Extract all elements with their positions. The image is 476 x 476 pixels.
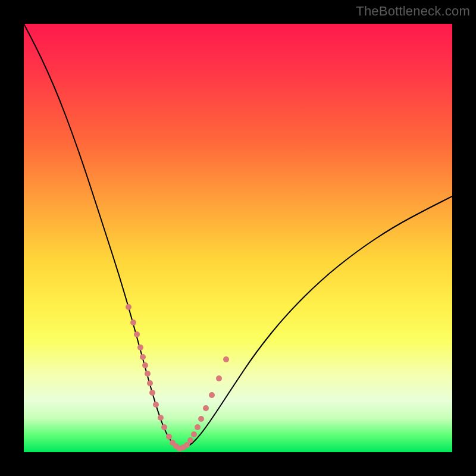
data-point (187, 437, 193, 443)
data-point (142, 362, 148, 368)
chart-svg (24, 24, 452, 452)
data-point (191, 431, 197, 437)
data-point (223, 356, 229, 362)
chart-frame: TheBottleneck.com (0, 0, 476, 476)
data-point (149, 390, 155, 396)
data-point (184, 442, 190, 448)
data-point (209, 392, 215, 398)
data-point (216, 375, 222, 381)
data-point (195, 424, 201, 430)
data-point (158, 415, 164, 421)
watermark-text: TheBottleneck.com (356, 4, 470, 19)
data-point (147, 380, 153, 386)
plot-area (24, 24, 452, 452)
data-point (126, 304, 131, 310)
data-point (203, 405, 209, 411)
data-point (130, 320, 136, 325)
data-point (153, 402, 159, 408)
data-point (166, 434, 172, 440)
data-point (161, 424, 167, 430)
bottleneck-curve (24, 24, 452, 448)
data-points-group (126, 304, 229, 452)
data-point (137, 345, 143, 350)
data-point (134, 331, 140, 337)
data-point (145, 371, 151, 377)
data-point (140, 354, 146, 360)
data-point (198, 416, 204, 422)
